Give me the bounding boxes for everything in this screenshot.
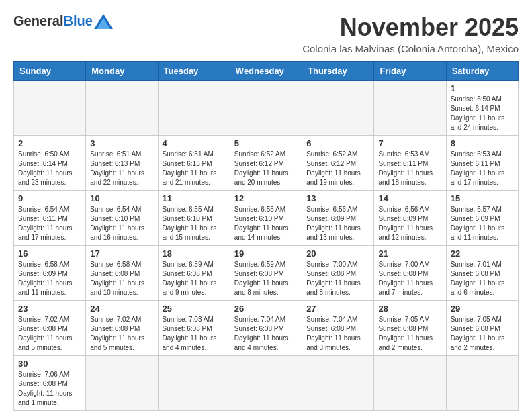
day-info: Sunrise: 6:52 AM Sunset: 6:12 PM Dayligh…	[234, 150, 298, 187]
day-number: 11	[163, 193, 226, 203]
calendar-header-wednesday: Wednesday	[230, 62, 302, 81]
calendar-cell: 12Sunrise: 6:55 AM Sunset: 6:10 PM Dayli…	[230, 191, 302, 246]
calendar-cell	[374, 356, 446, 411]
logo-icon	[94, 14, 113, 29]
calendar-header-tuesday: Tuesday	[158, 62, 230, 81]
day-number: 30	[18, 359, 81, 369]
calendar-cell	[446, 356, 518, 411]
calendar-cell	[86, 356, 158, 411]
calendar-table: SundayMondayTuesdayWednesdayThursdayFrid…	[13, 61, 519, 411]
calendar-week-row: 1Sunrise: 6:50 AM Sunset: 6:14 PM Daylig…	[14, 81, 519, 136]
day-number: 16	[18, 248, 81, 259]
calendar-cell: 27Sunrise: 7:04 AM Sunset: 6:08 PM Dayli…	[302, 301, 374, 356]
day-info: Sunrise: 6:55 AM Sunset: 6:10 PM Dayligh…	[163, 205, 226, 242]
calendar-week-row: 23Sunrise: 7:02 AM Sunset: 6:08 PM Dayli…	[14, 301, 519, 356]
day-info: Sunrise: 6:53 AM Sunset: 6:11 PM Dayligh…	[378, 150, 441, 187]
day-number: 25	[163, 304, 226, 314]
day-info: Sunrise: 7:05 AM Sunset: 6:08 PM Dayligh…	[451, 315, 514, 353]
calendar-cell: 16Sunrise: 6:58 AM Sunset: 6:09 PM Dayli…	[14, 246, 86, 301]
calendar-cell: 6Sunrise: 6:52 AM Sunset: 6:12 PM Daylig…	[302, 136, 374, 191]
day-info: Sunrise: 7:01 AM Sunset: 6:08 PM Dayligh…	[451, 260, 514, 298]
day-number: 19	[234, 248, 298, 259]
calendar-cell: 18Sunrise: 6:59 AM Sunset: 6:08 PM Dayli…	[158, 246, 230, 301]
day-info: Sunrise: 6:56 AM Sunset: 6:09 PM Dayligh…	[306, 205, 369, 242]
calendar-cell: 19Sunrise: 6:59 AM Sunset: 6:08 PM Dayli…	[230, 246, 302, 301]
calendar-cell: 20Sunrise: 7:00 AM Sunset: 6:08 PM Dayli…	[302, 246, 374, 301]
title-section: November 2025 Colonia las Malvinas (Colo…	[302, 13, 519, 54]
calendar-week-row: 30Sunrise: 7:06 AM Sunset: 6:08 PM Dayli…	[14, 356, 519, 411]
logo: General Blue	[13, 13, 113, 29]
calendar-cell: 8Sunrise: 6:53 AM Sunset: 6:11 PM Daylig…	[446, 136, 518, 191]
day-info: Sunrise: 6:55 AM Sunset: 6:10 PM Dayligh…	[234, 205, 298, 242]
day-info: Sunrise: 6:51 AM Sunset: 6:13 PM Dayligh…	[90, 150, 153, 187]
calendar-cell	[158, 81, 230, 136]
day-number: 22	[451, 248, 514, 259]
calendar-cell: 28Sunrise: 7:05 AM Sunset: 6:08 PM Dayli…	[374, 301, 446, 356]
day-number: 3	[90, 138, 153, 148]
calendar-cell: 10Sunrise: 6:54 AM Sunset: 6:10 PM Dayli…	[86, 191, 158, 246]
location-title: Colonia las Malvinas (Colonia Antorcha),…	[302, 43, 519, 54]
day-info: Sunrise: 7:00 AM Sunset: 6:08 PM Dayligh…	[378, 260, 441, 298]
day-number: 28	[378, 304, 441, 314]
day-info: Sunrise: 7:02 AM Sunset: 6:08 PM Dayligh…	[18, 315, 81, 353]
calendar-cell: 2Sunrise: 6:50 AM Sunset: 6:14 PM Daylig…	[14, 136, 86, 191]
calendar-cell: 23Sunrise: 7:02 AM Sunset: 6:08 PM Dayli…	[14, 301, 86, 356]
calendar-cell: 13Sunrise: 6:56 AM Sunset: 6:09 PM Dayli…	[302, 191, 374, 246]
calendar-cell	[230, 81, 302, 136]
day-info: Sunrise: 7:03 AM Sunset: 6:08 PM Dayligh…	[163, 315, 226, 353]
day-number: 21	[378, 248, 441, 259]
day-number: 6	[306, 138, 369, 148]
calendar-cell	[302, 356, 374, 411]
calendar-cell: 17Sunrise: 6:58 AM Sunset: 6:08 PM Dayli…	[86, 246, 158, 301]
calendar-cell: 4Sunrise: 6:51 AM Sunset: 6:13 PM Daylig…	[158, 136, 230, 191]
calendar-cell: 11Sunrise: 6:55 AM Sunset: 6:10 PM Dayli…	[158, 191, 230, 246]
day-number: 18	[163, 248, 226, 259]
day-info: Sunrise: 6:54 AM Sunset: 6:11 PM Dayligh…	[18, 205, 81, 242]
day-number: 8	[451, 138, 514, 148]
day-info: Sunrise: 6:50 AM Sunset: 6:14 PM Dayligh…	[451, 95, 514, 132]
logo-blue-text: Blue	[63, 13, 92, 29]
calendar-cell: 3Sunrise: 6:51 AM Sunset: 6:13 PM Daylig…	[86, 136, 158, 191]
calendar-week-row: 2Sunrise: 6:50 AM Sunset: 6:14 PM Daylig…	[14, 136, 519, 191]
calendar-cell: 1Sunrise: 6:50 AM Sunset: 6:14 PM Daylig…	[446, 81, 518, 136]
day-number: 20	[306, 248, 369, 259]
day-info: Sunrise: 7:05 AM Sunset: 6:08 PM Dayligh…	[378, 315, 441, 353]
calendar-cell: 26Sunrise: 7:04 AM Sunset: 6:08 PM Dayli…	[230, 301, 302, 356]
calendar-cell: 25Sunrise: 7:03 AM Sunset: 6:08 PM Dayli…	[158, 301, 230, 356]
calendar-cell: 7Sunrise: 6:53 AM Sunset: 6:11 PM Daylig…	[374, 136, 446, 191]
day-info: Sunrise: 6:56 AM Sunset: 6:09 PM Dayligh…	[378, 205, 441, 242]
day-number: 9	[18, 193, 81, 203]
calendar-cell	[230, 356, 302, 411]
day-info: Sunrise: 6:59 AM Sunset: 6:08 PM Dayligh…	[234, 260, 298, 298]
day-info: Sunrise: 6:52 AM Sunset: 6:12 PM Dayligh…	[306, 150, 369, 187]
calendar-header-saturday: Saturday	[446, 62, 518, 81]
month-title: November 2025	[302, 13, 519, 42]
header: General Blue November 2025 Colonia las M…	[13, 13, 519, 54]
calendar-cell: 21Sunrise: 7:00 AM Sunset: 6:08 PM Dayli…	[374, 246, 446, 301]
day-info: Sunrise: 6:53 AM Sunset: 6:11 PM Dayligh…	[451, 150, 514, 187]
calendar-week-row: 16Sunrise: 6:58 AM Sunset: 6:09 PM Dayli…	[14, 246, 519, 301]
day-info: Sunrise: 6:57 AM Sunset: 6:09 PM Dayligh…	[451, 205, 514, 242]
calendar-cell: 24Sunrise: 7:02 AM Sunset: 6:08 PM Dayli…	[86, 301, 158, 356]
calendar-cell: 30Sunrise: 7:06 AM Sunset: 6:08 PM Dayli…	[14, 356, 86, 411]
day-number: 29	[451, 304, 514, 314]
calendar-cell	[302, 81, 374, 136]
calendar-cell: 22Sunrise: 7:01 AM Sunset: 6:08 PM Dayli…	[446, 246, 518, 301]
day-number: 15	[451, 193, 514, 203]
day-info: Sunrise: 7:02 AM Sunset: 6:08 PM Dayligh…	[90, 315, 153, 353]
day-info: Sunrise: 6:50 AM Sunset: 6:14 PM Dayligh…	[18, 150, 81, 187]
calendar-cell	[14, 81, 86, 136]
day-info: Sunrise: 7:06 AM Sunset: 6:08 PM Dayligh…	[18, 370, 81, 408]
calendar-cell: 5Sunrise: 6:52 AM Sunset: 6:12 PM Daylig…	[230, 136, 302, 191]
day-info: Sunrise: 6:54 AM Sunset: 6:10 PM Dayligh…	[90, 205, 153, 242]
day-number: 23	[18, 304, 81, 314]
calendar-cell: 15Sunrise: 6:57 AM Sunset: 6:09 PM Dayli…	[446, 191, 518, 246]
day-info: Sunrise: 6:51 AM Sunset: 6:13 PM Dayligh…	[163, 150, 226, 187]
day-number: 5	[234, 138, 298, 148]
calendar-cell	[86, 81, 158, 136]
calendar-cell: 9Sunrise: 6:54 AM Sunset: 6:11 PM Daylig…	[14, 191, 86, 246]
logo-general-text: General	[13, 13, 63, 29]
day-info: Sunrise: 7:00 AM Sunset: 6:08 PM Dayligh…	[306, 260, 369, 298]
day-number: 14	[378, 193, 441, 203]
day-info: Sunrise: 6:58 AM Sunset: 6:09 PM Dayligh…	[18, 260, 81, 298]
